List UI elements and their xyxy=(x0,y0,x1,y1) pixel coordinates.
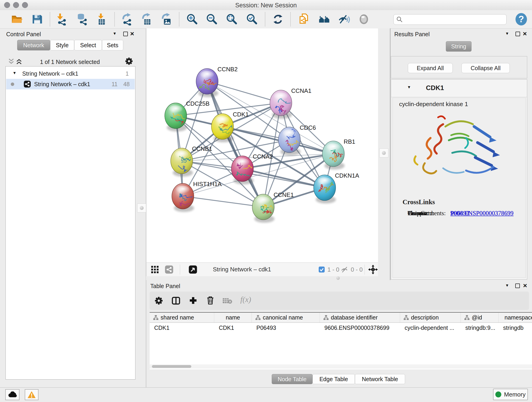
table-panel-float-icon[interactable] xyxy=(515,283,520,288)
column-header-canonical-name[interactable]: canonical name xyxy=(252,313,320,322)
hide-graphics-details-button[interactable] xyxy=(337,13,350,26)
refresh-network-button[interactable] xyxy=(271,13,285,26)
control-panel-title: Control Panel xyxy=(6,31,41,38)
splitter-dot-icon xyxy=(336,276,340,280)
horizontal-splitter[interactable] xyxy=(146,276,378,280)
zoom-in-button[interactable] xyxy=(186,13,199,26)
control-panel-menu-icon[interactable]: ▼ xyxy=(113,32,117,36)
control-panel: Control Panel ▼ × Network Style Select S… xyxy=(0,28,146,387)
network-status-dot xyxy=(11,83,14,86)
table-toolbar: f(x) xyxy=(150,292,529,310)
function-builder-icon: f(x) xyxy=(240,295,251,304)
search-icon xyxy=(396,16,403,23)
node-label-CCNB1: CCNB1 xyxy=(192,145,212,152)
column-type-icon xyxy=(323,315,329,320)
table-row[interactable]: CDK1 CDK1 P06493 9606.ENSP00000378699 cy… xyxy=(150,323,532,333)
delete-column-trash-icon[interactable] xyxy=(206,296,215,306)
tab-network-table[interactable]: Network Table xyxy=(355,374,405,384)
zoom-fit-icon xyxy=(226,13,238,26)
add-column-icon[interactable] xyxy=(189,296,197,306)
network-options-gear-icon[interactable] xyxy=(125,57,133,66)
network-edge-CCNB2-CCNA1[interactable] xyxy=(207,81,281,103)
tab-node-table[interactable]: Node Table xyxy=(272,374,312,384)
network-canvas[interactable]: CCNB2CCNA1CDC25BCDK1CDC6RB1CCNB1CCNA2CDK… xyxy=(146,28,378,262)
memory-button[interactable]: Memory xyxy=(493,389,528,400)
column-header-name[interactable]: name xyxy=(214,313,252,322)
grid-view-icon[interactable] xyxy=(151,266,159,274)
collapse-all-button[interactable]: Collapse All xyxy=(462,63,510,73)
hidden-count: 0 - 0 xyxy=(351,266,363,273)
warning-status-button[interactable] xyxy=(25,389,38,400)
scrollbar-thumb[interactable] xyxy=(152,365,191,368)
help-button[interactable]: ? xyxy=(515,13,528,26)
network-tree-root-row[interactable]: ▼ String Network – cdk1 1 xyxy=(6,68,135,79)
column-type-icon xyxy=(255,315,260,320)
network-tree-child-row[interactable]: String Network – cdk1 11 48 xyxy=(6,79,135,89)
table-horizontal-scrollbar[interactable] xyxy=(150,364,532,369)
results-panel: Results Panel ▼ × String Expand All Coll… xyxy=(391,28,532,280)
show-graphics-details-button[interactable] xyxy=(357,13,370,26)
zoom-fit-button[interactable] xyxy=(225,13,239,26)
control-panel-close-icon[interactable]: × xyxy=(130,32,134,36)
zoom-selected-icon xyxy=(246,13,258,26)
subnetwork-count: 1 xyxy=(126,70,129,77)
save-session-button[interactable] xyxy=(30,13,44,26)
table-settings-gear-icon[interactable] xyxy=(155,297,163,306)
gene-section-header[interactable]: ▼ CDK1 xyxy=(391,80,527,97)
zoom-out-button[interactable] xyxy=(205,13,219,26)
gene-collapse-icon[interactable]: ▼ xyxy=(407,85,411,89)
toolbar-separator xyxy=(114,12,115,26)
results-panel-close-icon[interactable]: × xyxy=(523,32,527,36)
results-panel-menu-icon[interactable]: ▼ xyxy=(505,32,509,36)
table-panel-close-icon[interactable]: × xyxy=(523,283,527,288)
toolbar-separator xyxy=(179,12,179,26)
left-splitter-handle[interactable] xyxy=(137,204,146,212)
search-input[interactable] xyxy=(403,16,502,23)
network-edge-HIST1H1A-CCNE1[interactable] xyxy=(183,196,263,207)
table-panel-menu-icon[interactable]: ▼ xyxy=(505,283,509,288)
pan-move-icon[interactable] xyxy=(368,265,378,275)
save-floppy-icon xyxy=(31,13,43,25)
selected-checkbox-icon[interactable] xyxy=(318,266,325,274)
tab-select[interactable]: Select xyxy=(74,40,102,51)
right-splitter-handle[interactable] xyxy=(380,148,388,157)
expand-all-button[interactable]: Expand All xyxy=(408,63,453,73)
table-body: CDK1 CDK1 P06493 9606.ENSP00000378699 cy… xyxy=(150,323,532,370)
import-network-from-database-button[interactable] xyxy=(75,13,89,26)
column-header-database-identifier[interactable]: database identifier xyxy=(320,313,400,322)
import-network-from-file-button[interactable] xyxy=(55,13,68,26)
control-panel-float-icon[interactable] xyxy=(123,32,128,36)
export-network-button[interactable] xyxy=(120,13,133,26)
cloud-status-button[interactable] xyxy=(5,389,19,400)
tab-edge-table[interactable]: Edge Table xyxy=(312,374,355,384)
results-panel-float-icon[interactable] xyxy=(515,32,520,36)
vertical-splitter[interactable] xyxy=(378,28,390,280)
export-network-icon xyxy=(120,13,133,26)
network-share-view-icon[interactable] xyxy=(165,265,173,275)
toolbar-separator xyxy=(290,12,291,26)
column-header-shared-name[interactable]: shared name xyxy=(150,313,214,322)
database-icon xyxy=(76,13,88,26)
birdseye-view-icon[interactable] xyxy=(189,265,197,275)
open-session-button[interactable] xyxy=(10,13,23,26)
tree-collapse-icon[interactable]: ▼ xyxy=(13,71,17,75)
search-bar xyxy=(393,14,507,25)
export-image-button[interactable] xyxy=(160,13,173,26)
tab-sets[interactable]: Sets xyxy=(102,40,123,51)
pharos-link[interactable]: P06493 xyxy=(450,210,469,217)
show-columns-icon[interactable] xyxy=(172,296,180,306)
network-edge-RB1-HIST1H1A[interactable] xyxy=(183,154,333,196)
import-table-from-file-button[interactable] xyxy=(95,13,108,26)
tab-style[interactable]: Style xyxy=(50,40,74,51)
export-table-button[interactable] xyxy=(140,13,153,26)
copy-network-button[interactable] xyxy=(297,13,310,26)
column-header-namespace[interactable]: namespace xyxy=(499,313,532,322)
column-header-id[interactable]: @id xyxy=(461,313,499,322)
select-first-neighbors-button[interactable] xyxy=(317,13,331,26)
column-header-description[interactable]: description xyxy=(400,313,461,322)
tab-string[interactable]: String xyxy=(446,41,472,51)
splitter-dot-icon xyxy=(140,206,144,210)
network-edge-CCNB2-CCNE1[interactable] xyxy=(207,81,263,207)
tab-network[interactable]: Network xyxy=(17,40,50,51)
zoom-selected-button[interactable] xyxy=(245,13,259,26)
